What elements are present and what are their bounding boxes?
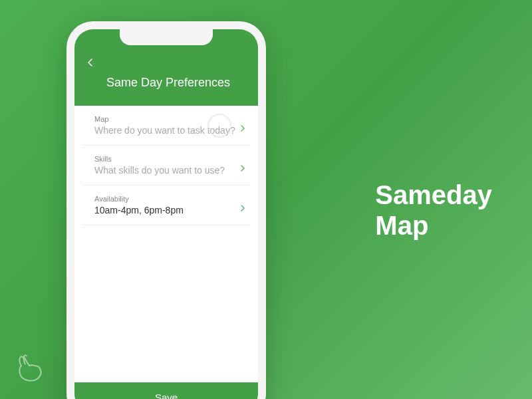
tap-indicator-icon: [207, 114, 231, 138]
phone-screen: Same Day Preferences Map Where do you wa…: [74, 29, 258, 399]
map-row[interactable]: Map Where do you want to task today?: [82, 106, 250, 146]
chevron-right-icon: [239, 122, 246, 129]
phone-notch: [120, 29, 213, 45]
skills-placeholder: What skills do you want to use?: [94, 165, 238, 176]
promo-title: Sameday Map: [375, 180, 492, 241]
chevron-left-icon: [86, 59, 94, 66]
availability-label: Availability: [94, 195, 238, 203]
availability-row[interactable]: Availability 10am-4pm, 6pm-8pm: [82, 186, 250, 225]
promo-line2: Map: [375, 210, 492, 241]
chevron-right-icon: [239, 202, 246, 209]
phone-frame: Same Day Preferences Map Where do you wa…: [66, 21, 266, 399]
preferences-list: Map Where do you want to task today? Ski…: [74, 106, 258, 225]
rabbit-logo-icon: [13, 352, 47, 386]
skills-label: Skills: [94, 155, 238, 163]
save-button[interactable]: Save: [74, 382, 258, 399]
page-title: Same Day Preferences: [106, 76, 245, 90]
skills-row[interactable]: Skills What skills do you want to use?: [82, 146, 250, 186]
promo-line1: Sameday: [375, 180, 492, 210]
chevron-right-icon: [239, 162, 246, 169]
availability-value: 10am-4pm, 6pm-8pm: [94, 205, 238, 215]
back-button[interactable]: [86, 57, 94, 65]
